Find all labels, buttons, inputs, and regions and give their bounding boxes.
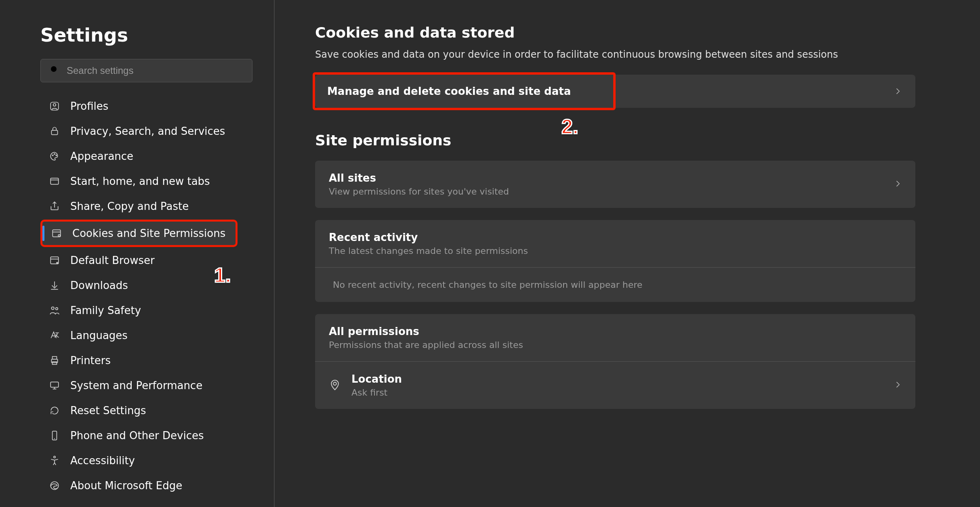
phone-icon [48, 429, 61, 442]
system-icon [48, 379, 61, 392]
recent-activity-card: Recent activity The latest changes made … [315, 220, 915, 302]
sidebar-item-default-browser[interactable]: Default Browser [40, 249, 238, 272]
sidebar-item-label: Start, home, and new tabs [70, 175, 210, 187]
recent-activity-header: Recent activity The latest changes made … [315, 220, 915, 267]
lock-icon [48, 125, 61, 137]
location-icon [329, 379, 341, 392]
sidebar-item-label: Appearance [70, 150, 133, 162]
permission-location-row[interactable]: Location Ask first [315, 362, 915, 409]
sidebar-item-accessibility[interactable]: Accessibility [40, 449, 238, 472]
sidebar-item-label: Reset Settings [70, 404, 146, 417]
edge-icon [48, 480, 61, 492]
sidebar-item-about[interactable]: About Microsoft Edge [40, 474, 238, 497]
sidebar-item-label: Cookies and Site Permissions [72, 227, 225, 239]
share-icon [48, 200, 61, 212]
profile-icon [48, 100, 61, 112]
svg-point-19 [51, 307, 54, 310]
cookies-heading: Cookies and data stored [315, 24, 915, 41]
sidebar-item-cookies[interactable]: Cookies and Site Permissions [40, 220, 238, 247]
sidebar-item-system[interactable]: System and Performance [40, 374, 238, 397]
settings-sidebar: Settings Profiles Privacy, Search, and S… [0, 0, 275, 507]
sidebar-item-privacy[interactable]: Privacy, Search, and Services [40, 119, 238, 143]
manage-cookies-row[interactable]: Manage and delete cookies and site data [315, 75, 915, 108]
all-sites-card: All sites View permissions for sites you… [315, 161, 915, 208]
sidebar-item-languages[interactable]: Languages [40, 324, 238, 347]
all-sites-sub: View permissions for sites you've visite… [329, 186, 509, 197]
palette-icon [48, 150, 61, 162]
svg-rect-8 [50, 178, 59, 184]
permissions-heading: Site permissions [315, 132, 915, 149]
svg-point-6 [54, 154, 55, 155]
reset-icon [48, 404, 61, 417]
all-permissions-title: All permissions [329, 325, 523, 337]
sidebar-item-appearance[interactable]: Appearance [40, 145, 238, 168]
permission-location-sub: Ask first [351, 388, 402, 398]
svg-rect-24 [53, 362, 57, 365]
svg-rect-11 [53, 230, 61, 237]
svg-rect-4 [51, 130, 57, 135]
cookies-description: Save cookies and data on your device in … [315, 49, 915, 60]
cookies-icon [50, 227, 63, 239]
all-sites-row[interactable]: All sites View permissions for sites you… [315, 161, 915, 208]
svg-point-16 [56, 262, 58, 264]
all-permissions-card: All permissions Permissions that are app… [315, 314, 915, 409]
svg-point-3 [53, 104, 56, 107]
sidebar-item-start[interactable]: Start, home, and new tabs [40, 170, 238, 193]
download-icon [48, 279, 61, 291]
svg-point-0 [51, 66, 57, 72]
sidebar-item-label: Printers [70, 354, 111, 367]
recent-activity-title: Recent activity [329, 231, 528, 243]
sidebar-item-profiles[interactable]: Profiles [40, 94, 238, 118]
sidebar-item-label: Phone and Other Devices [70, 429, 204, 442]
recent-activity-sub: The latest changes made to site permissi… [329, 246, 528, 256]
search-input[interactable] [67, 65, 243, 76]
svg-rect-23 [53, 356, 57, 359]
sidebar-item-label: Family Safety [70, 304, 141, 316]
permission-location-title: Location [351, 373, 402, 385]
sidebar-item-label: System and Performance [70, 379, 202, 392]
sidebar-item-label: Profiles [70, 100, 108, 112]
all-permissions-sub: Permissions that are applied across all … [329, 340, 523, 350]
settings-main: Cookies and data stored Save cookies and… [275, 0, 980, 507]
settings-title: Settings [40, 24, 238, 46]
chevron-right-icon [894, 178, 902, 191]
svg-point-20 [56, 308, 58, 310]
sidebar-item-label: Privacy, Search, and Services [70, 125, 225, 137]
svg-point-30 [54, 456, 55, 458]
printer-icon [48, 354, 61, 367]
sidebar-item-phone[interactable]: Phone and Other Devices [40, 424, 238, 447]
recent-activity-empty: No recent activity, recent changes to si… [315, 268, 915, 302]
sidebar-item-label: About Microsoft Edge [70, 480, 182, 492]
sidebar-item-label: Share, Copy and Paste [70, 200, 189, 212]
sidebar-item-label: Downloads [70, 279, 128, 291]
family-icon [48, 304, 61, 316]
sidebar-item-share[interactable]: Share, Copy and Paste [40, 195, 238, 218]
sidebar-item-label: Languages [70, 329, 128, 341]
browser-icon [48, 254, 61, 266]
chevron-right-icon [894, 75, 915, 108]
sidebar-item-downloads[interactable]: Downloads [40, 274, 238, 297]
all-permissions-header: All permissions Permissions that are app… [315, 314, 915, 361]
svg-line-1 [56, 71, 58, 73]
sidebar-item-family[interactable]: Family Safety [40, 299, 238, 322]
chevron-right-icon [894, 379, 902, 392]
svg-point-7 [56, 155, 57, 156]
svg-rect-25 [50, 382, 59, 387]
manage-cookies-highlight: Manage and delete cookies and site data [313, 72, 616, 110]
search-settings-box[interactable] [40, 59, 252, 82]
sidebar-item-printers[interactable]: Printers [40, 349, 238, 372]
sidebar-item-label: Default Browser [70, 254, 155, 266]
all-sites-title: All sites [329, 172, 509, 184]
language-icon [48, 329, 61, 341]
svg-point-5 [53, 155, 53, 156]
search-icon [50, 65, 59, 76]
tab-icon [48, 175, 61, 187]
accessibility-icon [48, 455, 61, 467]
sidebar-item-label: Accessibility [70, 455, 135, 467]
svg-point-13 [58, 235, 60, 237]
sidebar-item-reset[interactable]: Reset Settings [40, 399, 238, 422]
svg-point-32 [333, 382, 336, 385]
manage-cookies-label: Manage and delete cookies and site data [327, 85, 601, 97]
